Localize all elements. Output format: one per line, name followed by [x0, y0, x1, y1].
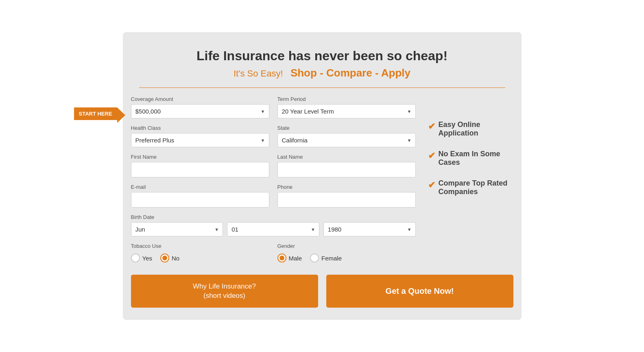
birth-day-select-wrapper: 01 02 03: [227, 222, 319, 236]
birth-date-selects: Jan Feb Mar Apr May Jun Jul Aug Sep Oct: [131, 222, 416, 236]
tobacco-yes-option[interactable]: Yes: [131, 254, 152, 262]
birth-year-select[interactable]: 1980 1981 1979: [323, 222, 416, 236]
tobacco-no-option[interactable]: No: [160, 254, 179, 262]
gender-group: Gender Male Female: [277, 243, 416, 262]
term-period-select-wrapper: 20 Year Level Term 10 Year Level Term 15…: [277, 104, 416, 118]
term-period-select[interactable]: 20 Year Level Term 10 Year Level Term 15…: [277, 104, 416, 118]
gender-male-option[interactable]: Male: [277, 254, 302, 262]
tobacco-no-label: No: [172, 255, 179, 262]
state-select[interactable]: California Texas New York Florida: [277, 133, 416, 147]
last-name-label: Last Name: [277, 154, 416, 160]
checkmark-icon-2: ✔: [428, 151, 435, 161]
main-container: Life Insurance has never been so cheap! …: [123, 32, 522, 319]
form-area: START HERE Coverage Amount $500,000 $100…: [123, 96, 522, 262]
gender-radio-group: Male Female: [277, 254, 416, 262]
last-name-input[interactable]: [277, 162, 416, 177]
health-class-select-wrapper: Preferred Plus Preferred Standard Plus S…: [131, 133, 269, 147]
tobacco-group: Tobacco Use Yes No: [131, 243, 269, 262]
header: Life Insurance has never been so cheap! …: [123, 44, 522, 79]
benefits-panel: ✔ Easy Online Application ✔ No Exam In S…: [424, 96, 513, 262]
benefit-item-3: ✔ Compare Top Rated Companies: [428, 179, 513, 196]
benefit-text-1: Easy Online Application: [439, 120, 513, 138]
health-class-select[interactable]: Preferred Plus Preferred Standard Plus S…: [131, 133, 269, 147]
form-left: Coverage Amount $500,000 $100,000 $250,0…: [131, 96, 424, 262]
term-period-label: Term Period: [277, 96, 416, 102]
tobacco-yes-circle[interactable]: [131, 254, 140, 262]
birth-month-select-wrapper: Jan Feb Mar Apr May Jun Jul Aug Sep Oct: [131, 222, 223, 236]
gender-female-circle[interactable]: [310, 254, 319, 262]
birth-date-label: Birth Date: [131, 214, 416, 220]
form-grid: Coverage Amount $500,000 $100,000 $250,0…: [131, 96, 416, 262]
checkmark-icon-1: ✔: [428, 121, 435, 132]
gender-female-option[interactable]: Female: [310, 254, 342, 262]
divider: [139, 87, 505, 88]
email-label: E-mail: [131, 184, 269, 190]
gender-female-label: Female: [321, 255, 342, 262]
quote-button[interactable]: Get a Quote Now!: [326, 275, 513, 307]
coverage-amount-label: Coverage Amount: [131, 96, 269, 102]
coverage-amount-group: Coverage Amount $500,000 $100,000 $250,0…: [131, 96, 269, 118]
first-name-group: First Name: [131, 154, 269, 177]
birth-year-select-wrapper: 1980 1981 1979: [323, 222, 416, 236]
benefit-text-2: No Exam In Some Cases: [439, 150, 513, 167]
last-name-group: Last Name: [277, 154, 416, 177]
start-here-label: START HERE: [74, 107, 117, 120]
state-group: State California Texas New York Florida: [277, 125, 416, 147]
birth-day-select[interactable]: 01 02 03: [227, 222, 319, 236]
benefit-item-1: ✔ Easy Online Application: [428, 120, 513, 138]
gender-label: Gender: [277, 243, 416, 249]
phone-label: Phone: [277, 184, 416, 190]
email-group: E-mail: [131, 184, 269, 208]
health-class-group: Health Class Preferred Plus Preferred St…: [131, 125, 269, 147]
subtitle: It's So Easy! Shop - Compare - Apply: [131, 67, 513, 79]
first-name-input[interactable]: [131, 162, 269, 177]
gender-male-label: Male: [289, 255, 302, 262]
main-title: Life Insurance has never been so cheap!: [131, 48, 513, 63]
birth-month-select[interactable]: Jan Feb Mar Apr May Jun Jul Aug Sep Oct: [131, 222, 223, 236]
benefit-text-3: Compare Top Rated Companies: [439, 179, 513, 196]
gender-male-circle[interactable]: [277, 254, 286, 262]
tobacco-radio-group: Yes No: [131, 254, 269, 262]
subtitle-easy: It's So Easy!: [234, 68, 283, 79]
why-button[interactable]: Why Life Insurance?(short videos): [131, 275, 318, 307]
subtitle-shop: Shop - Compare - Apply: [290, 67, 410, 79]
term-period-group: Term Period 20 Year Level Term 10 Year L…: [277, 96, 416, 118]
first-name-label: First Name: [131, 154, 269, 160]
checkmark-icon-3: ✔: [428, 180, 435, 190]
tobacco-label: Tobacco Use: [131, 243, 269, 249]
tobacco-no-circle[interactable]: [160, 254, 169, 262]
benefit-item-2: ✔ No Exam In Some Cases: [428, 150, 513, 167]
coverage-amount-select-wrapper: $500,000 $100,000 $250,000 $1,000,000: [131, 104, 269, 118]
tobacco-yes-label: Yes: [142, 255, 152, 262]
buttons-row: Why Life Insurance?(short videos) Get a …: [123, 267, 522, 307]
coverage-amount-select[interactable]: $500,000 $100,000 $250,000 $1,000,000: [131, 104, 269, 118]
birth-date-group: Birth Date Jan Feb Mar Apr May Jun Jul: [131, 214, 416, 236]
phone-group: Phone: [277, 184, 416, 208]
health-class-label: Health Class: [131, 125, 269, 131]
state-label: State: [277, 125, 416, 131]
phone-input[interactable]: [277, 192, 416, 208]
state-select-wrapper: California Texas New York Florida: [277, 133, 416, 147]
email-input[interactable]: [131, 192, 269, 208]
